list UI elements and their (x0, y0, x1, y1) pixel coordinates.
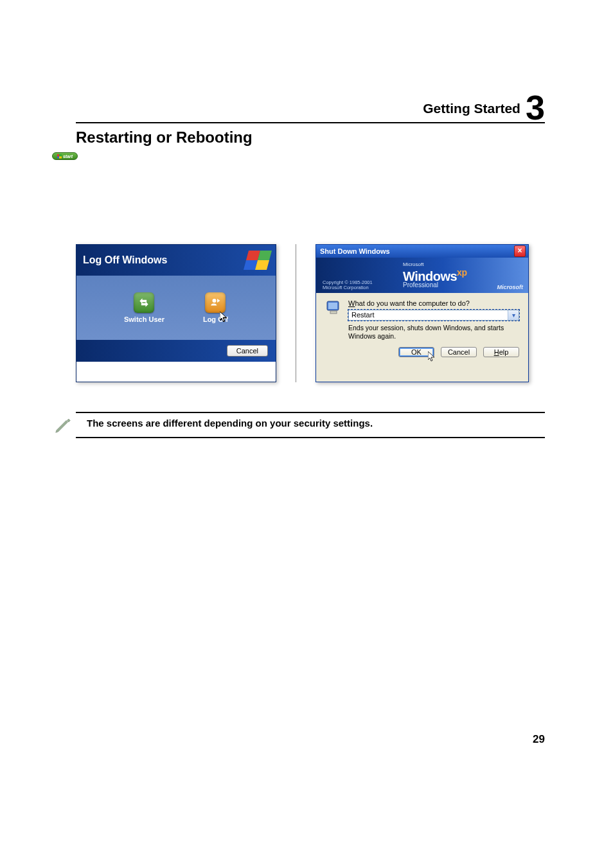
page-number: 29 (533, 733, 545, 746)
log-off-option[interactable]: Log Off (203, 292, 228, 323)
banner-brand: Microsoft (497, 284, 524, 290)
banner-microsoft: Microsoft (403, 261, 466, 267)
log-off-icon (205, 292, 226, 313)
shut-down-body: What do you want the computer to do? Res… (316, 293, 528, 343)
shut-down-dialog: Shut Down Windows × Microsoft Windowsxp … (315, 244, 529, 382)
pencil-icon (53, 416, 73, 438)
log-off-title: Log Off Windows (83, 254, 167, 266)
log-off-footer: Cancel (76, 340, 276, 362)
help-button[interactable]: Help (483, 347, 519, 357)
document-page: Getting Started 3 Restarting or Rebootin… (0, 0, 613, 868)
note-rule-bottom (76, 437, 545, 438)
log-off-dialog: Log Off Windows Switch User Log Off (76, 244, 276, 382)
chapter-number: 3 (526, 90, 545, 125)
running-header: Getting Started 3 (423, 84, 545, 118)
question-text: hat do you want the computer to do? (355, 299, 470, 307)
note-rule-top (76, 412, 545, 413)
start-button-label: start (63, 154, 73, 159)
switch-user-icon (134, 292, 154, 313)
chevron-down-icon: ▾ (508, 310, 519, 320)
shutdown-computer-icon (325, 299, 342, 316)
shut-down-question: What do you want the computer to do? (348, 299, 519, 307)
help-rest: elp (499, 348, 509, 356)
chapter-title: Getting Started (423, 101, 520, 116)
windows-flag-icon (57, 154, 62, 159)
screenshot-row: Log Off Windows Switch User Log Off (76, 244, 529, 382)
switch-user-option[interactable]: Switch User (124, 292, 164, 323)
action-description: Ends your session, shuts down Windows, a… (348, 324, 519, 341)
header-rule (76, 122, 545, 123)
banner-text: Microsoft Windowsxp Professional (403, 261, 466, 288)
windows-flag-icon (244, 251, 272, 270)
shut-down-titlebar: Shut Down Windows × (316, 245, 528, 258)
copyright-line-2: Microsoft Corporation (323, 285, 373, 290)
action-select-value: Restart (349, 310, 508, 320)
section-heading: Restarting or Rebooting (76, 128, 253, 146)
svg-rect-2 (330, 311, 337, 314)
shut-down-title: Shut Down Windows (320, 247, 390, 255)
cursor-icon (220, 312, 227, 323)
cancel-button[interactable]: Cancel (441, 347, 477, 357)
cursor-icon (428, 351, 436, 363)
log-off-header: Log Off Windows (76, 245, 276, 276)
shut-down-banner: Microsoft Windowsxp Professional Copyrig… (316, 258, 528, 293)
log-off-body: Switch User Log Off (76, 276, 276, 340)
shut-down-buttons: OK Cancel Help (316, 343, 528, 365)
switch-user-label: Switch User (124, 315, 164, 323)
svg-rect-1 (328, 303, 337, 309)
close-button[interactable]: × (514, 245, 526, 257)
cancel-button[interactable]: Cancel (227, 345, 268, 357)
vertical-divider (296, 244, 296, 382)
question-mnemonic: W (348, 299, 355, 307)
note-text: The screens are different depending on y… (87, 418, 373, 429)
banner-copyright: Copyright © 1985-2001 Microsoft Corporat… (323, 280, 373, 291)
action-select[interactable]: Restart ▾ (348, 310, 519, 321)
start-button[interactable]: start (52, 152, 78, 160)
banner-xp: xp (457, 267, 466, 278)
help-mnemonic: H (494, 348, 499, 356)
shut-down-content: What do you want the computer to do? Res… (348, 299, 519, 341)
